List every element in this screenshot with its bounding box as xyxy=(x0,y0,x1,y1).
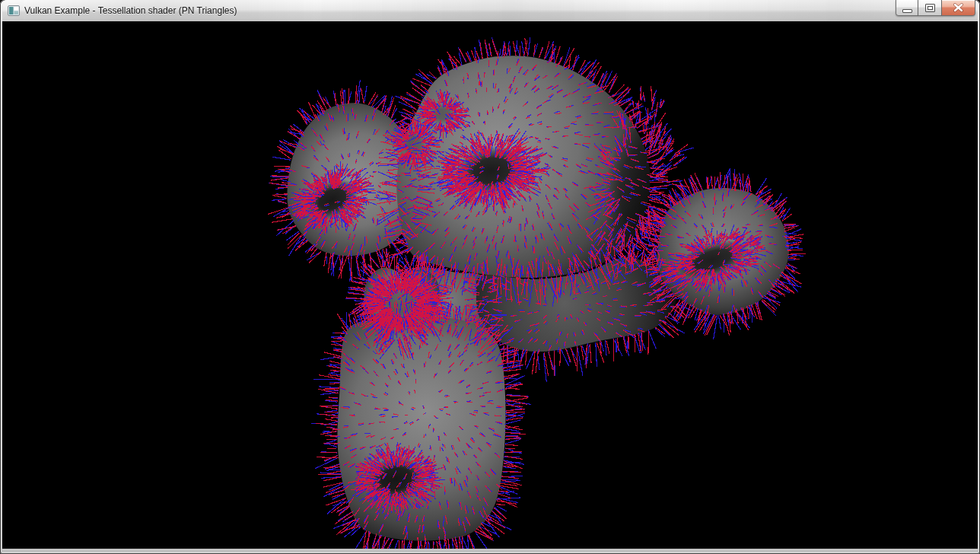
minimize-button[interactable] xyxy=(896,0,918,16)
close-icon xyxy=(953,3,964,12)
caption-buttons xyxy=(896,0,975,16)
window-title: Vulkan Example - Tessellation shader (PN… xyxy=(24,5,237,16)
title-bar[interactable]: Vulkan Example - Tessellation shader (PN… xyxy=(2,0,978,21)
maximize-icon xyxy=(925,4,935,12)
close-button[interactable] xyxy=(942,0,975,16)
minimize-icon xyxy=(902,9,912,13)
maximize-button[interactable] xyxy=(918,0,942,16)
maximize-icon-inner xyxy=(928,6,933,10)
app-window: Vulkan Example - Tessellation shader (PN… xyxy=(0,0,980,554)
app-icon xyxy=(8,5,20,17)
render-viewport[interactable] xyxy=(2,21,978,549)
tessellation-normals-render xyxy=(2,21,978,549)
